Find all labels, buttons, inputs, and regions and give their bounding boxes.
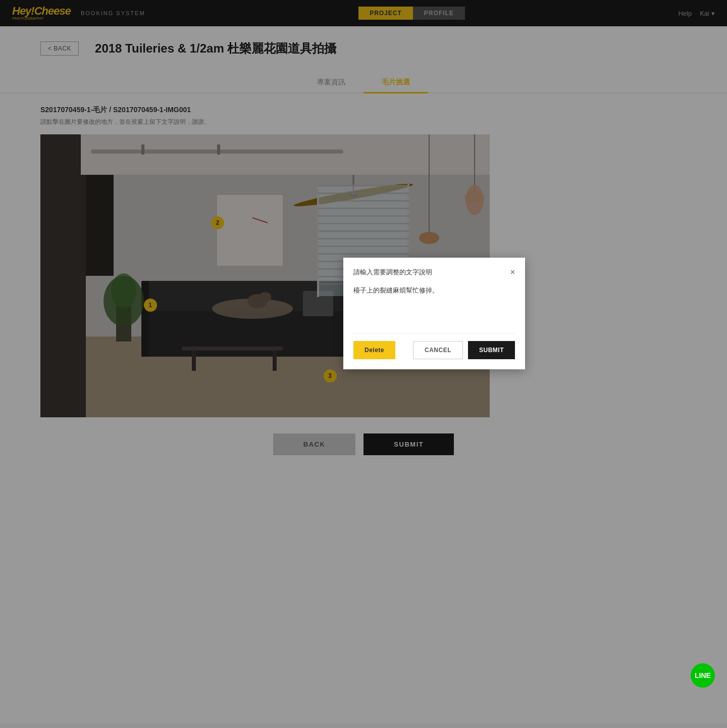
delete-button[interactable]: Delete <box>353 341 395 359</box>
modal-submit-button[interactable]: SUBMIT <box>468 341 515 359</box>
annotation-modal: 請輸入需要調整的文字說明 × 檯子上的裂縫麻煩幫忙修掉。 Delete CANC… <box>343 258 525 369</box>
modal-header: 請輸入需要調整的文字說明 × <box>353 268 515 277</box>
modal-buttons: Delete CANCEL SUBMIT <box>353 341 515 359</box>
modal-title: 請輸入需要調整的文字說明 <box>353 268 432 277</box>
line-icon: LINE <box>695 671 711 680</box>
close-icon[interactable]: × <box>510 268 515 277</box>
modal-textarea[interactable]: 檯子上的裂縫麻煩幫忙修掉。 <box>353 284 515 324</box>
cancel-button[interactable]: CANCEL <box>413 341 463 359</box>
modal-divider <box>353 333 515 334</box>
line-button[interactable]: LINE <box>691 663 715 688</box>
